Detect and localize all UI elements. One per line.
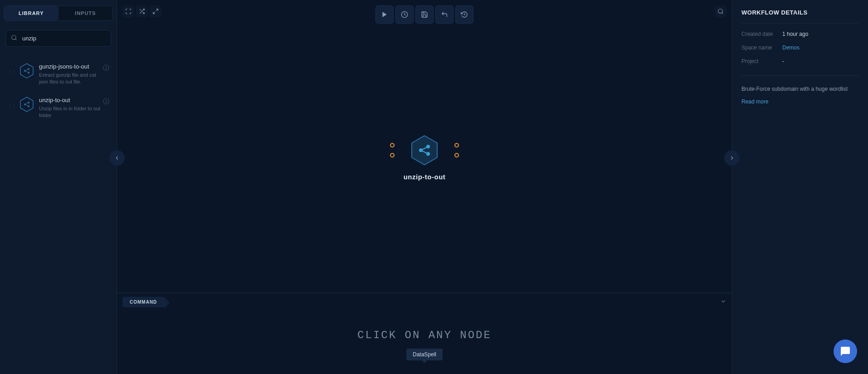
chat-button[interactable] — [834, 340, 857, 363]
svg-marker-23 — [412, 136, 437, 165]
svg-line-18 — [153, 12, 155, 14]
svg-line-7 — [25, 71, 29, 73]
collapse-left-button[interactable] — [109, 150, 125, 166]
undo-button[interactable] — [435, 5, 454, 24]
save-button[interactable] — [415, 5, 434, 24]
history-button[interactable] — [455, 5, 473, 24]
search-box — [5, 30, 111, 47]
click-prompt: CLICK ON ANY NODE — [117, 329, 732, 341]
collapse-right-button[interactable] — [724, 150, 740, 166]
item-text: gunzip-jsons-to-out Extract gunzip file … — [39, 63, 103, 86]
input-connector[interactable] — [390, 153, 395, 157]
svg-line-16 — [140, 9, 141, 10]
library-list: ⋮⋮ gunzip-jsons-to-out Extract gunzip fi… — [0, 58, 117, 125]
list-item[interactable]: ⋮⋮ gunzip-jsons-to-out Extract gunzip fi… — [4, 58, 113, 91]
item-title: unzip-to-out — [39, 97, 103, 103]
detail-value: 1 hour ago — [782, 31, 808, 37]
svg-line-22 — [722, 13, 723, 14]
info-icon[interactable]: ⓘ — [103, 64, 109, 72]
detail-row-project: Project - — [741, 58, 859, 64]
tab-inputs[interactable]: INPUTS — [59, 6, 113, 20]
schedule-button[interactable] — [395, 5, 414, 24]
svg-marker-8 — [20, 97, 33, 112]
item-title: gunzip-jsons-to-out — [39, 63, 103, 70]
node-hex-icon — [411, 135, 438, 166]
drag-handle-icon[interactable]: ⋮⋮ — [7, 103, 16, 108]
tooltip: DataSpell — [406, 349, 443, 360]
list-item[interactable]: ⋮⋮ unzip-to-out Unzip files in in folder… — [4, 91, 113, 125]
input-connector[interactable] — [390, 143, 395, 148]
svg-line-1 — [15, 39, 17, 40]
node-hex-icon — [20, 63, 34, 79]
node-label: unzip-to-out — [404, 173, 446, 181]
tab-library[interactable]: LIBRARY — [4, 6, 59, 20]
svg-line-17 — [156, 9, 158, 11]
output-connector[interactable] — [454, 143, 459, 148]
output-connector[interactable] — [454, 153, 459, 157]
sidebar: LIBRARY INPUTS ⋮⋮ gunzip-jsons-to-out Ex… — [0, 0, 117, 374]
workflow-description: Brute-Force subdomain with a huge wordli… — [741, 75, 859, 93]
search-canvas-button[interactable] — [715, 5, 727, 17]
read-more-link[interactable]: Read more — [741, 98, 859, 105]
detail-row-created: Created date 1 hour ago — [741, 31, 859, 37]
drag-handle-icon[interactable]: ⋮⋮ — [7, 69, 16, 74]
tab-switcher: LIBRARY INPUTS — [4, 5, 113, 21]
svg-marker-19 — [382, 12, 386, 17]
item-desc: Extract gunzip file and cat json files t… — [39, 72, 103, 86]
command-body: CLICK ON ANY NODE DataSpell — [117, 311, 732, 374]
item-desc: Unzip files in in folder to out folder — [39, 105, 103, 119]
item-text: unzip-to-out Unzip files in in folder to… — [39, 97, 103, 119]
space-link[interactable]: Demos — [782, 44, 800, 51]
svg-point-21 — [718, 9, 722, 13]
svg-line-6 — [25, 69, 29, 71]
detail-row-space: Space name Demos — [741, 44, 859, 51]
main: unzip-to-out COMMAND CLICK ON ANY NODE D… — [117, 0, 732, 374]
svg-marker-2 — [20, 64, 33, 78]
svg-line-12 — [25, 103, 29, 104]
fullscreen-button[interactable] — [122, 5, 134, 17]
canvas[interactable]: unzip-to-out — [117, 23, 732, 293]
toolbar — [117, 0, 732, 23]
details-panel: WORKFLOW DETAILS Created date 1 hour ago… — [732, 0, 868, 374]
play-button[interactable] — [375, 5, 394, 24]
search-icon — [11, 34, 17, 43]
command-tab[interactable]: COMMAND — [122, 297, 164, 307]
detail-label: Created date — [741, 31, 782, 37]
shuffle-button[interactable] — [136, 5, 148, 17]
svg-line-13 — [25, 104, 29, 106]
details-title: WORKFLOW DETAILS — [741, 9, 859, 24]
detail-label: Project — [741, 58, 782, 64]
info-icon[interactable]: ⓘ — [103, 98, 109, 106]
command-header: COMMAND — [117, 293, 732, 311]
detail-label: Space name — [741, 44, 782, 51]
expand-button[interactable] — [150, 5, 161, 17]
chevron-down-icon[interactable] — [720, 298, 727, 306]
workflow-node[interactable]: unzip-to-out — [404, 135, 446, 181]
svg-point-0 — [12, 35, 16, 39]
detail-value: - — [782, 58, 784, 64]
bottom-panel: COMMAND CLICK ON ANY NODE DataSpell — [117, 293, 732, 374]
search-input[interactable] — [5, 30, 111, 47]
node-hex-icon — [20, 97, 34, 112]
